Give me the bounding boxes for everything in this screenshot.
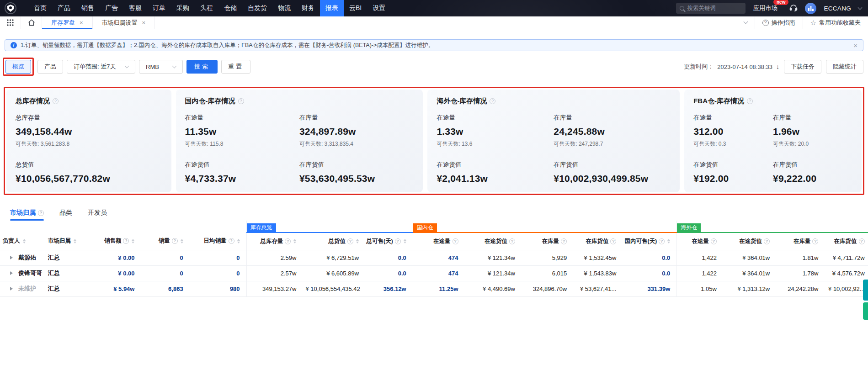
topbar-menu-item[interactable]: 广告 — [100, 0, 123, 16]
column-header[interactable]: 在途量 — [433, 238, 451, 245]
column-header[interactable]: 市场归属 — [48, 237, 71, 245]
search-input[interactable] — [687, 5, 737, 11]
topbar-menu-item[interactable]: 财务 — [296, 0, 320, 16]
avatar[interactable] — [805, 3, 816, 14]
workspace-tab[interactable]: 库存罗盘 — [42, 16, 93, 29]
topbar-menu-item[interactable]: 客服 — [123, 0, 147, 16]
help-icon[interactable] — [764, 238, 770, 244]
column-header[interactable]: 负责人 — [3, 237, 20, 245]
search-button[interactable]: 搜索 — [186, 60, 218, 74]
help-icon[interactable] — [453, 238, 458, 244]
tab-close-icon[interactable] — [80, 19, 83, 26]
help-icon[interactable] — [238, 98, 244, 104]
owner-name[interactable]: 未维护 — [18, 285, 36, 292]
column-header[interactable]: 在库量 — [542, 238, 559, 245]
hide-stats-button[interactable]: 隐藏统计 — [826, 60, 863, 74]
topbar-menu-item[interactable]: 云BI — [344, 0, 367, 16]
tab-list-dropdown[interactable] — [737, 16, 755, 29]
column-header[interactable]: 国内可售(天) — [624, 238, 657, 245]
view-overview-button[interactable]: 概览 — [5, 60, 31, 74]
home-icon[interactable] — [21, 16, 42, 29]
topbar-menu-item[interactable]: 自发货 — [242, 0, 272, 16]
topbar-menu-item[interactable]: 报表 — [320, 0, 344, 16]
apps-grid-icon[interactable] — [0, 16, 21, 29]
account-name[interactable]: ECCANG — [824, 5, 851, 12]
sort-icon[interactable] — [356, 238, 359, 245]
help-icon[interactable] — [395, 238, 401, 244]
help-icon[interactable] — [561, 238, 567, 244]
help-icon[interactable] — [123, 238, 129, 244]
app-logo-icon[interactable] — [5, 2, 16, 14]
topbar-menu-item[interactable]: 销售 — [76, 0, 100, 16]
column-header[interactable]: 总库存量 — [260, 238, 283, 245]
support-headset-icon[interactable] — [789, 4, 798, 13]
help-icon[interactable] — [285, 238, 291, 244]
app-market-link[interactable]: 应用市场 new — [753, 4, 777, 12]
operation-guide-link[interactable]: 操作指南 — [755, 16, 803, 29]
sort-icon[interactable] — [132, 238, 134, 245]
dimension-tab[interactable]: 市场归属 — [10, 209, 44, 221]
topbar-menu-item[interactable]: 订单 — [147, 0, 171, 16]
column-header[interactable]: 在库货值 — [586, 238, 608, 245]
help-icon[interactable] — [347, 238, 353, 244]
owner-name[interactable]: 戴源佑 — [18, 254, 36, 261]
column-header[interactable]: 在库量 — [793, 238, 811, 245]
help-icon[interactable] — [38, 210, 44, 216]
column-header[interactable]: 总货值 — [329, 238, 346, 245]
topbar-menu-item[interactable]: 物流 — [272, 0, 296, 16]
refresh-arrow-icon[interactable] — [776, 63, 779, 70]
order-range-select[interactable]: 订单范围: 近7天 — [67, 60, 135, 74]
expand-arrow-icon[interactable] — [10, 271, 15, 275]
topbar-menu-item[interactable]: 采购 — [171, 0, 195, 16]
expand-arrow-icon[interactable] — [10, 256, 15, 259]
topbar-menu-item[interactable]: 产品 — [52, 0, 76, 16]
favorites-link[interactable]: 常用功能收藏夹 — [803, 16, 868, 29]
help-icon[interactable] — [659, 238, 665, 244]
column-header[interactable]: 在途量 — [692, 238, 709, 245]
help-icon[interactable] — [229, 238, 234, 244]
expand-arrow-icon[interactable] — [10, 287, 15, 290]
column-header[interactable]: 在库货值 — [834, 238, 857, 245]
owner-name[interactable]: 俊锋哥哥 — [18, 269, 42, 276]
global-search[interactable] — [676, 3, 746, 14]
help-icon[interactable] — [711, 238, 717, 244]
table-scroll-area[interactable]: 库存总览国内仓海外仓负责人市场归属销售额销量日均销量总库存量总货值总可售(天)在… — [0, 221, 868, 297]
sort-icon[interactable] — [181, 238, 183, 245]
account-chevron-down-icon[interactable] — [858, 5, 863, 10]
tab-close-icon[interactable] — [142, 19, 146, 26]
help-icon[interactable] — [53, 98, 59, 104]
download-tasks-button[interactable]: 下载任务 — [784, 60, 821, 74]
sort-icon[interactable] — [404, 238, 406, 245]
dimension-tab[interactable]: 品类 — [59, 209, 72, 221]
sort-icon[interactable] — [667, 238, 670, 245]
floating-widget-tab[interactable] — [863, 302, 868, 320]
help-icon[interactable] — [172, 238, 178, 244]
dimension-tab[interactable]: 开发员 — [88, 209, 107, 221]
help-icon[interactable] — [509, 238, 515, 244]
topbar-menu-item[interactable]: 设置 — [367, 0, 391, 16]
help-icon[interactable] — [610, 238, 616, 244]
column-header[interactable]: 在途货值 — [485, 238, 507, 245]
topbar-menu-item[interactable]: 仓储 — [218, 0, 242, 16]
help-icon[interactable] — [490, 98, 495, 104]
reset-button[interactable]: 重置 — [221, 60, 250, 74]
sort-icon[interactable] — [293, 238, 296, 245]
sort-icon[interactable] — [23, 238, 26, 245]
topbar-menu-item[interactable]: 首页 — [28, 0, 52, 16]
view-product-button[interactable]: 产品 — [37, 60, 63, 74]
column-header[interactable]: 总可售(天) — [366, 238, 393, 245]
banner-close-icon[interactable] — [853, 42, 857, 49]
sort-icon[interactable] — [237, 238, 240, 245]
column-header[interactable]: 日均销量 — [204, 237, 227, 245]
topbar-menu-item[interactable]: 头程 — [195, 0, 218, 16]
currency-select[interactable]: RMB — [139, 60, 183, 74]
help-icon[interactable] — [859, 238, 865, 244]
column-header[interactable]: 销量 — [159, 237, 170, 245]
workspace-tab[interactable]: 市场归属设置 — [93, 16, 155, 29]
column-header[interactable]: 销售额 — [104, 237, 122, 245]
help-icon[interactable] — [747, 98, 753, 104]
sort-icon[interactable] — [74, 238, 76, 245]
help-icon[interactable] — [812, 238, 818, 244]
column-header[interactable]: 在途货值 — [739, 238, 762, 245]
floating-widget-tab[interactable] — [863, 280, 868, 301]
